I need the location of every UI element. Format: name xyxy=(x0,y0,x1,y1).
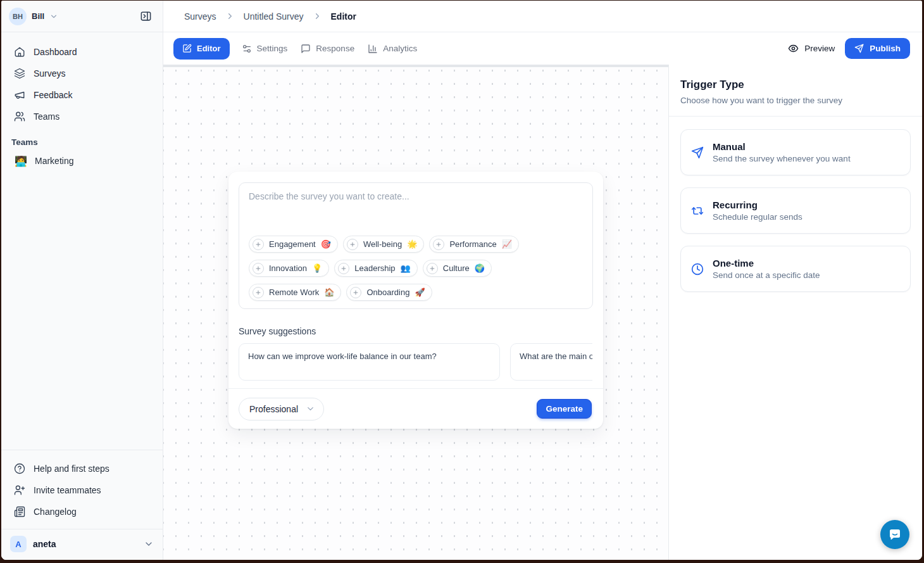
megaphone-icon xyxy=(14,89,25,101)
breadcrumb-item-editor: Editor xyxy=(331,11,356,22)
sidebar-item-label: Feedback xyxy=(34,90,72,100)
composer-footer: Professional Generate xyxy=(228,389,603,429)
sidebar-header: BH Bill xyxy=(1,1,163,32)
panel-title: Trigger Type xyxy=(680,79,911,91)
option-description: Send the survey whenever you want xyxy=(713,154,851,163)
user-plus-icon xyxy=(14,484,25,496)
survey-description-input[interactable] xyxy=(249,191,583,219)
account-avatar: A xyxy=(10,536,27,552)
bulb-emoji-icon: 💡 xyxy=(312,264,322,272)
chip-label: Engagement xyxy=(269,239,316,249)
sidebar-item-label: Teams xyxy=(34,111,59,122)
newspaper-icon xyxy=(14,506,25,517)
tone-selected-value: Professional xyxy=(249,404,298,414)
trigger-options: Manual Send the survey whenever you want… xyxy=(669,117,922,305)
preview-label: Preview xyxy=(804,44,835,53)
breadcrumb-item-untitled-survey[interactable]: Untitled Survey xyxy=(244,11,304,22)
technologist-emoji-icon: 🧑‍💻 xyxy=(15,155,27,167)
sidebar-item-label: Changelog xyxy=(34,507,77,517)
plus-icon xyxy=(253,263,264,274)
chat-launcher-button[interactable] xyxy=(880,520,909,549)
option-title: Manual xyxy=(713,141,851,152)
editor-canvas[interactable]: Engagement 🎯 Well-being 🌟 Performance xyxy=(163,65,668,560)
trigger-option-one-time[interactable]: One-time Send once at a specific date xyxy=(680,246,911,292)
sidebar-item-label: Invite teammates xyxy=(34,485,101,495)
publish-label: Publish xyxy=(870,44,901,53)
chip-remote-work[interactable]: Remote Work 🏠 xyxy=(249,284,341,301)
star-emoji-icon: 🌟 xyxy=(407,240,417,248)
tab-label: Response xyxy=(316,44,354,53)
workspace-avatar: BH xyxy=(9,8,27,25)
house-emoji-icon: 🏠 xyxy=(324,288,334,296)
breadcrumb: Surveys Untitled Survey Editor xyxy=(163,1,922,32)
generate-label: Generate xyxy=(546,404,583,414)
tab-editor[interactable]: Editor xyxy=(173,38,230,60)
edit-icon xyxy=(182,44,192,53)
tab-response[interactable]: Response xyxy=(299,38,356,60)
tab-settings[interactable]: Settings xyxy=(240,38,289,60)
tab-label: Editor xyxy=(197,44,221,53)
chip-label: Innovation xyxy=(269,263,307,273)
trigger-option-manual[interactable]: Manual Send the survey whenever you want xyxy=(680,129,911,175)
suggestion-card[interactable]: What are the main ob xyxy=(510,343,592,381)
plus-icon xyxy=(253,287,264,298)
sidebar-item-feedback[interactable]: Feedback xyxy=(6,84,158,106)
sidebar-item-changelog[interactable]: Changelog xyxy=(6,501,158,522)
chat-bubble-icon xyxy=(887,527,902,542)
chip-label: Performance xyxy=(449,239,496,249)
clock-icon xyxy=(691,263,704,275)
editor-toolbar: Editor Settings Response Analytics xyxy=(163,32,922,65)
layers-icon xyxy=(14,68,25,79)
chip-label: Culture xyxy=(443,263,470,273)
suggestion-card[interactable]: How can we improve work-life balance in … xyxy=(239,343,500,381)
chip-culture[interactable]: Culture 🌍 xyxy=(423,260,492,277)
home-icon xyxy=(14,46,25,58)
sidebar-item-surveys[interactable]: Surveys xyxy=(6,63,158,84)
publish-button[interactable]: Publish xyxy=(845,38,910,59)
globe-emoji-icon: 🌍 xyxy=(475,264,485,272)
sidebar: BH Bill Dashboard xyxy=(1,1,163,560)
breadcrumb-item-surveys[interactable]: Surveys xyxy=(184,11,216,22)
sidebar-item-label: Surveys xyxy=(34,68,66,79)
chip-label: Well-being xyxy=(363,239,402,249)
trigger-option-recurring[interactable]: Recurring Schedule regular sends xyxy=(680,187,911,234)
sidebar-item-teams[interactable]: Teams xyxy=(6,106,158,127)
chip-onboarding[interactable]: Onboarding 🚀 xyxy=(346,284,432,301)
panel-right-icon xyxy=(140,10,152,22)
sidebar-item-invite[interactable]: Invite teammates xyxy=(6,479,158,501)
chevron-down-icon xyxy=(306,404,315,414)
sidebar-item-dashboard[interactable]: Dashboard xyxy=(6,41,158,63)
settings-icon xyxy=(242,44,252,54)
collapse-sidebar-button[interactable] xyxy=(136,7,155,26)
chart-emoji-icon: 📈 xyxy=(502,240,512,248)
main-area: Surveys Untitled Survey Editor Editor xyxy=(163,1,922,560)
tone-select[interactable]: Professional xyxy=(239,398,324,421)
generate-button[interactable]: Generate xyxy=(537,399,592,419)
rocket-emoji-icon: 🚀 xyxy=(415,288,425,296)
chevron-right-icon xyxy=(313,11,322,21)
suggestions-row: How can we improve work-life balance in … xyxy=(239,343,592,381)
sidebar-item-help[interactable]: Help and first steps xyxy=(6,458,158,479)
send-icon xyxy=(691,146,704,159)
workspace-name: Bill xyxy=(32,11,44,21)
sidebar-item-team-marketing[interactable]: 🧑‍💻 Marketing xyxy=(1,149,163,172)
trigger-panel-header: Trigger Type Choose how you want to trig… xyxy=(669,65,922,117)
tab-label: Settings xyxy=(257,44,288,53)
tab-analytics[interactable]: Analytics xyxy=(366,38,418,60)
option-description: Send once at a specific date xyxy=(713,270,820,280)
workspace-switcher[interactable]: BH Bill xyxy=(9,8,58,25)
send-icon xyxy=(854,44,864,53)
target-emoji-icon: 🎯 xyxy=(321,240,331,248)
chip-performance[interactable]: Performance 📈 xyxy=(429,236,519,253)
chip-innovation[interactable]: Innovation 💡 xyxy=(249,260,329,277)
chip-engagement[interactable]: Engagement 🎯 xyxy=(249,236,338,253)
chip-well-being[interactable]: Well-being 🌟 xyxy=(343,236,424,253)
chip-leadership[interactable]: Leadership 👥 xyxy=(334,260,418,277)
chevron-right-icon xyxy=(225,11,235,21)
chip-label: Remote Work xyxy=(269,288,319,297)
account-menu[interactable]: A aneta xyxy=(1,529,163,560)
preview-button[interactable]: Preview xyxy=(788,43,835,54)
panel-subtitle: Choose how you want to trigger the surve… xyxy=(680,96,911,105)
ai-survey-composer-card: Engagement 🎯 Well-being 🌟 Performance xyxy=(228,172,603,429)
tab-label: Analytics xyxy=(383,44,417,53)
